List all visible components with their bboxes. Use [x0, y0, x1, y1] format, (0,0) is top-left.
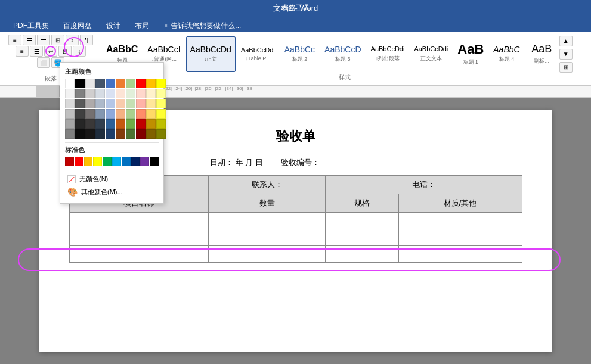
align-center2-btn[interactable]: ☰ [30, 46, 43, 57]
style-h2[interactable]: AaBbCc 标题 2 [280, 36, 319, 72]
std-color-darkblue[interactable] [131, 157, 140, 166]
align-left-btn[interactable]: ≡ [8, 35, 21, 45]
color-yellow-6[interactable] [156, 129, 166, 139]
color-green-3[interactable] [126, 99, 135, 108]
color-gray-6[interactable] [85, 109, 95, 119]
color-green-2[interactable] [126, 89, 135, 98]
color-gray-5[interactable] [75, 109, 85, 119]
sort-btn[interactable]: ↕ [66, 35, 79, 45]
tab-layout[interactable]: 布局 [128, 19, 156, 32]
color-blue-dark[interactable] [95, 79, 105, 88]
std-color-purple[interactable] [140, 157, 149, 166]
color-gold-5[interactable] [146, 119, 156, 129]
line-spacing-btn[interactable]: ↕ [73, 46, 86, 57]
style-listpara[interactable]: AaBbCcDdi ↓列出段落 [367, 36, 409, 72]
color-green-4[interactable] [126, 109, 135, 119]
color-white-3[interactable] [65, 99, 75, 108]
styles-up-btn[interactable]: ▲ [559, 36, 573, 46]
color-blue-gray-3[interactable] [95, 109, 105, 119]
style-tablep[interactable]: AaBbCcDdi ↓Table P... [237, 36, 279, 72]
color-gold-2[interactable] [146, 89, 156, 98]
std-color-orange[interactable] [84, 157, 93, 166]
color-gray-light[interactable] [85, 79, 95, 88]
color-white-2[interactable] [65, 89, 75, 98]
color-white-5[interactable] [65, 119, 75, 129]
color-orange-6[interactable] [116, 129, 125, 139]
style-h3[interactable]: AaBbCcD 标题 3 [320, 36, 365, 72]
indent2-btn[interactable]: ↩ [44, 46, 57, 57]
indent-btn[interactable]: ⊞ [51, 35, 64, 45]
color-gray-4[interactable] [85, 99, 95, 108]
color-blue-3[interactable] [106, 99, 115, 108]
color-red-3[interactable] [136, 99, 146, 108]
list-btn[interactable]: ≔ [37, 35, 50, 45]
para-btn[interactable]: ¶ [80, 35, 93, 45]
color-yellow-2[interactable] [156, 89, 166, 98]
std-color-red[interactable] [75, 157, 83, 166]
color-green-6[interactable] [126, 129, 135, 139]
styles-more-btn[interactable]: ⊞ [559, 62, 573, 73]
color-gold-6[interactable] [146, 129, 156, 139]
color-red-4[interactable] [136, 109, 146, 119]
color-yellow-3[interactable] [156, 99, 166, 108]
color-blue-gray-4[interactable] [95, 119, 105, 129]
color-blue-5[interactable] [106, 119, 115, 129]
color-gray-8[interactable] [85, 119, 95, 129]
std-color-green[interactable] [103, 157, 112, 166]
outdent-btn[interactable]: ⊟ [58, 46, 72, 57]
no-color-option[interactable]: 无颜色(N) [65, 173, 159, 185]
color-green-5[interactable] [126, 119, 135, 129]
align-left2-btn[interactable]: ≡ [16, 46, 29, 57]
color-gray-2[interactable] [85, 89, 95, 98]
color-gold-4[interactable] [146, 109, 156, 119]
color-blue-gray-5[interactable] [95, 129, 105, 139]
color-orange-2[interactable] [116, 89, 125, 98]
tab-search[interactable]: ♀ 告诉我您想要做什么... [156, 19, 248, 32]
color-gray[interactable] [75, 89, 85, 98]
color-orange[interactable] [116, 79, 125, 88]
color-gray-10[interactable] [85, 129, 95, 139]
more-color-option[interactable]: 🎨 其他颜色(M)... [65, 185, 159, 198]
color-yellow-4[interactable] [156, 109, 166, 119]
border-btn[interactable]: ⬜ [37, 57, 50, 68]
color-gray-7[interactable] [75, 119, 85, 129]
color-blue[interactable] [106, 79, 115, 88]
color-blue-6[interactable] [106, 129, 115, 139]
style-h1[interactable]: AaB 标题 1 [453, 36, 488, 72]
std-color-yellow[interactable] [93, 157, 102, 166]
std-color-darkred[interactable] [65, 157, 74, 166]
color-orange-5[interactable] [116, 119, 125, 129]
style-h4[interactable]: AaBbC 标题 4 [489, 36, 524, 72]
style-subtitle[interactable]: AaB 副标... [525, 36, 558, 72]
color-gold[interactable] [146, 79, 156, 88]
std-color-lightblue[interactable] [112, 157, 121, 166]
color-blue-4[interactable] [106, 109, 115, 119]
std-color-black[interactable] [150, 157, 159, 166]
color-black[interactable] [75, 79, 85, 88]
tab-design[interactable]: 设计 [99, 19, 128, 32]
color-gold-3[interactable] [146, 99, 156, 108]
color-blue-gray-2[interactable] [95, 99, 105, 108]
tab-baidu[interactable]: 百度网盘 [56, 19, 99, 32]
color-white-4[interactable] [65, 109, 75, 119]
color-red-2[interactable] [136, 89, 146, 98]
style-bodytext[interactable]: AaBbCcDdi 正文文本 [410, 36, 452, 72]
color-green-light[interactable] [126, 79, 135, 88]
color-red-6[interactable] [136, 129, 146, 139]
color-orange-3[interactable] [116, 99, 125, 108]
align-center-btn[interactable]: ☰ [23, 35, 36, 45]
color-gray-9[interactable] [75, 129, 85, 139]
color-orange-4[interactable] [116, 109, 125, 119]
color-white-6[interactable] [65, 129, 75, 139]
color-gray-3[interactable] [75, 99, 85, 108]
style-body[interactable]: AaBbCcDd ↓正文 [186, 36, 236, 72]
tab-pdf[interactable]: PDF工具集 [6, 19, 56, 32]
color-yellow-5[interactable] [156, 119, 166, 129]
color-yellow[interactable] [156, 79, 166, 88]
color-red[interactable] [136, 79, 146, 88]
color-red-5[interactable] [136, 119, 146, 129]
std-color-blue[interactable] [122, 157, 131, 166]
color-white[interactable] [65, 79, 75, 88]
color-blue-2[interactable] [106, 89, 115, 98]
styles-down-btn[interactable]: ▼ [559, 49, 573, 60]
